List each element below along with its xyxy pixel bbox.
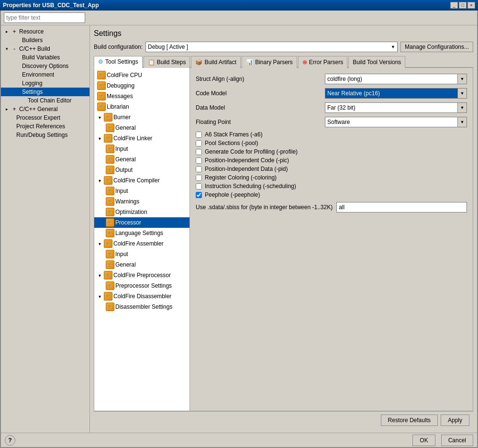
minimize-button[interactable]: _ — [450, 2, 458, 9]
compiler-language-icon: 🔧 — [106, 229, 114, 237]
tree-item-project-references[interactable]: Project References — [1, 122, 89, 131]
a6-stack-checkbox[interactable] — [196, 132, 202, 138]
manage-configurations-button[interactable]: Manage Configurations... — [400, 42, 473, 52]
sdata-row: Use .sdata/.sbiss for (byte in integer b… — [196, 202, 467, 213]
compiler-optimization-label: Optimization — [115, 209, 147, 215]
disassembler-expander: ▾ — [96, 294, 103, 299]
pool-sections-checkbox[interactable] — [196, 140, 202, 146]
tree-item-logging[interactable]: Logging — [1, 79, 89, 88]
tree-item-discovery-options[interactable]: Discovery Options — [1, 62, 89, 70]
preprocessor-expander: ▾ — [96, 273, 103, 278]
struct-align-dropdown-btn[interactable]: ▼ — [457, 74, 467, 84]
tool-tree-compiler-optimization[interactable]: 🔧 Optimization — [94, 207, 189, 217]
code-model-dropdown-btn[interactable]: ▼ — [457, 88, 467, 99]
generate-profiling-checkbox[interactable] — [196, 149, 202, 155]
tree-item-cpp-build[interactable]: ▾ - C/C++ Build — [1, 45, 89, 53]
tab-binary-parsers[interactable]: 📊 Binary Parsers — [242, 56, 297, 68]
build-config-bar: Build configuration: Debug [ Active ] ▼ … — [94, 42, 473, 52]
tool-tree-compiler-input[interactable]: 🔧 Input — [94, 186, 189, 196]
tool-tree-disassembler-settings[interactable]: 🔧 Disassembler Settings — [94, 302, 189, 312]
restore-defaults-button[interactable]: Restore Defaults — [381, 414, 438, 426]
linker-input-icon: 🔧 — [106, 145, 114, 153]
data-model-dropdown-btn[interactable]: ▼ — [457, 102, 467, 113]
tab-content: 🔧 ColdFire CPU 🔧 Debugging 🔧 Messages — [94, 68, 473, 411]
tree-item-processor-expert[interactable]: Processor Expert — [1, 113, 89, 122]
tree-item-settings[interactable]: Settings — [1, 88, 89, 96]
pool-sections-row: Pool Sections (-pool) — [196, 140, 467, 146]
data-model-row: Data Model Far (32 bit) ▼ — [196, 102, 467, 113]
register-coloring-checkbox[interactable] — [196, 175, 202, 181]
burner-label: Burner — [113, 114, 131, 121]
tool-tree-burner-general[interactable]: 🔧 General — [94, 123, 189, 133]
data-model-select-box[interactable]: Far (32 bit) — [325, 102, 457, 113]
tree-item-tool-chain-editor[interactable]: Tool Chain Editor — [1, 96, 89, 105]
tab-tool-settings[interactable]: ⚙ Tool Settings — [94, 56, 143, 68]
help-button[interactable]: ? — [5, 435, 15, 446]
sdata-input[interactable] — [336, 202, 467, 213]
tool-tree-preprocessor-settings[interactable]: 🔧 Preprocessor Settings — [94, 280, 189, 291]
build-config-dropdown-arrow[interactable]: ▼ — [391, 45, 395, 49]
filter-input[interactable] — [4, 12, 85, 23]
peephole-checkbox[interactable] — [196, 192, 202, 198]
code-model-label: Code Model — [196, 90, 325, 97]
resource-icon: + — [11, 28, 18, 35]
debugging-icon: 🔧 — [97, 81, 106, 90]
coldfire-cpu-icon: 🔧 — [97, 71, 106, 79]
tree-item-environment[interactable]: Environment — [1, 70, 89, 79]
bottom-bar: Restore Defaults Apply — [94, 411, 473, 429]
burner-icon: 🔧 — [104, 113, 112, 122]
position-independent-code-label: Position-Independent Code (-pic) — [205, 157, 289, 164]
assembler-general-label: General — [115, 261, 136, 268]
apply-button[interactable]: Apply — [441, 414, 469, 426]
data-model-label: Data Model — [196, 104, 325, 111]
tool-tree-debugging[interactable]: 🔧 Debugging — [94, 80, 189, 91]
close-button[interactable]: × — [467, 2, 475, 9]
binary-parsers-icon: 📊 — [246, 59, 253, 66]
code-model-select-box[interactable]: Near Relative (pc16) — [325, 88, 457, 99]
position-independent-code-checkbox[interactable] — [196, 157, 202, 164]
tab-build-tool-versions[interactable]: Build Tool Versions — [348, 56, 405, 68]
linker-icon: 🔧 — [104, 134, 112, 143]
tree-item-cpp-general[interactable]: ▸ + C/C++ General — [1, 105, 89, 113]
tool-tree-compiler-warnings[interactable]: 🔧 Warnings — [94, 196, 189, 207]
tool-tree-coldfire-disassembler[interactable]: ▾ 🔧 ColdFire Disassembler — [94, 291, 189, 302]
tab-error-parsers[interactable]: ⊗ Error Parsers — [298, 56, 347, 68]
compiler-optimization-icon: 🔧 — [106, 208, 114, 216]
tool-tree-coldfire-assembler[interactable]: ▾ 🔧 ColdFire Assembler — [94, 238, 189, 249]
instruction-scheduling-checkbox[interactable] — [196, 183, 202, 190]
floating-point-select-box[interactable]: Software — [325, 117, 457, 127]
pool-sections-checkbox-label: Pool Sections (-pool) — [205, 140, 258, 146]
tool-tree-coldfire-cpu[interactable]: 🔧 ColdFire CPU — [94, 70, 189, 80]
tool-tree-coldfire-linker[interactable]: ▾ 🔧 ColdFire Linker — [94, 133, 189, 144]
tool-tree-compiler-processor[interactable]: 🔧 Processor — [94, 217, 189, 228]
tool-tree-assembler-general[interactable]: 🔧 General — [94, 259, 189, 270]
error-parsers-icon: ⊗ — [302, 59, 307, 66]
tool-tree-compiler-language[interactable]: 🔧 Language Settings — [94, 228, 189, 238]
struct-align-select-wrapper: coldfire (long) ▼ — [325, 74, 467, 84]
tree-item-builders[interactable]: Builders — [1, 36, 89, 45]
tool-tree-coldfire-compiler[interactable]: ▾ 🔧 ColdFire Compiler — [94, 175, 189, 186]
compiler-warnings-label: Warnings — [115, 198, 139, 205]
struct-align-select-box[interactable]: coldfire (long) — [325, 74, 457, 84]
tool-tree-burner[interactable]: ▾ 🔧 Burner — [94, 112, 189, 123]
tool-tree-assembler-input[interactable]: 🔧 Input — [94, 249, 189, 259]
disassembler-settings-label: Disassembler Settings — [115, 303, 172, 310]
tool-tree-linker-input[interactable]: 🔧 Input — [94, 144, 189, 154]
tree-item-run-debug-settings[interactable]: Run/Debug Settings — [1, 131, 89, 139]
burner-general-icon: 🔧 — [106, 123, 114, 132]
ok-button[interactable]: OK — [412, 435, 435, 446]
position-independent-data-checkbox[interactable] — [196, 166, 202, 172]
tab-build-artifact[interactable]: 📦 Build Artifact — [191, 56, 241, 68]
tree-item-build-variables[interactable]: Build Variables — [1, 53, 89, 62]
tree-item-resource[interactable]: ▸ + Resource — [1, 27, 89, 36]
tab-build-steps[interactable]: 📋 Build Steps — [144, 56, 190, 68]
expander-icon: ▸ — [3, 105, 11, 113]
tool-tree-linker-output[interactable]: 🔧 Output — [94, 165, 189, 175]
cancel-button[interactable]: Cancel — [441, 435, 473, 446]
tool-tree-librarian[interactable]: 🔧 Librarian — [94, 101, 189, 112]
tool-tree-messages[interactable]: 🔧 Messages — [94, 91, 189, 101]
floating-point-dropdown-btn[interactable]: ▼ — [457, 117, 467, 127]
tool-tree-linker-general[interactable]: 🔧 General — [94, 154, 189, 165]
maximize-button[interactable]: □ — [459, 2, 467, 9]
tool-tree-coldfire-preprocessor[interactable]: ▾ 🔧 ColdFire Preprocessor — [94, 270, 189, 280]
